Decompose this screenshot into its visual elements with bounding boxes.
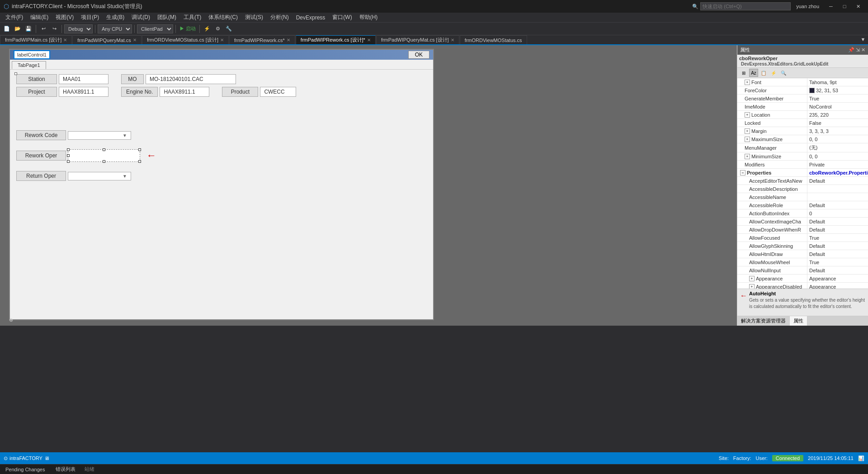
menu-file[interactable]: 文件(F) (2, 13, 27, 22)
menu-debug[interactable]: 调试(D) (128, 13, 154, 22)
prop-row-accepteditor: AcceptEditorTextAsNew Default (737, 177, 868, 185)
tab-querymat-design[interactable]: frmPadWIPQueryMat.cs [设计] ✕ (376, 35, 459, 44)
return-oper-dropdown-icon[interactable]: ▼ (123, 174, 127, 179)
search-icon: 🔍 (692, 4, 698, 9)
tab-close-icon[interactable]: ✕ (220, 38, 224, 43)
expand-icon-appdisabled[interactable]: + (749, 284, 755, 289)
tab-rework-design[interactable]: frmPadWIPRework.cs [设计]* ✕ (296, 35, 376, 44)
return-oper-input[interactable]: ▼ (68, 172, 131, 180)
toolbar-new-btn[interactable]: 📄 (2, 24, 12, 34)
props-tb-props-btn[interactable]: 📋 (759, 69, 768, 77)
rework-code-dropdown-icon[interactable]: ▼ (123, 133, 127, 138)
toolbar-sep-1 (36, 25, 36, 33)
toolbar-sep-5 (175, 25, 176, 33)
prop-row-locked: Locked False (737, 119, 868, 127)
designer-area[interactable]: labelControl1 OK TabPage1 Station MAA01 … (0, 45, 737, 326)
form-ok-button[interactable]: OK (408, 51, 429, 59)
prop-value-margin: 3, 3, 3, 3 (807, 127, 868, 135)
toolbar-start-btn[interactable]: ▶ 启动 (178, 24, 197, 34)
menu-edit[interactable]: 编辑(E) (27, 13, 52, 22)
prop-name-forecolor: ForeColor (737, 86, 807, 94)
field-label-mo: MO (121, 74, 144, 84)
menu-test[interactable]: 测试(S) (241, 13, 267, 22)
solution-explorer-tab[interactable]: 解决方案资源管理器 (737, 316, 790, 326)
prop-name-allowglyph: AllowGlyphSkinning (737, 242, 807, 250)
prop-row-allowglyph: AllowGlyphSkinning Default (737, 242, 868, 250)
minimize-button[interactable]: ─ (825, 2, 837, 11)
tab-querymat[interactable]: frmPadWIPQueryMat.cs ✕ (72, 35, 142, 44)
toolbar-undo-btn[interactable]: ↩ (38, 24, 48, 34)
prop-name-appearance: + Appearance (737, 275, 807, 282)
form-tab-page1[interactable]: TabPage1 (12, 61, 46, 69)
tab-label: frmPadWIPQueryMat.cs [设计] (381, 37, 449, 43)
toolbar-redo-btn[interactable]: ↪ (49, 24, 59, 34)
expand-icon-font[interactable]: + (745, 80, 750, 85)
form-title-label-control[interactable]: labelControl1 (14, 50, 50, 59)
toolbar-extra-3[interactable]: 🔧 (224, 24, 234, 34)
close-button[interactable]: ✕ (852, 2, 864, 11)
props-close-btn[interactable]: ✕ (861, 47, 865, 53)
cpu-dropdown[interactable]: Any CPU (98, 24, 132, 33)
tab-ordview-status[interactable]: frmORDViewMOStatus.cs (460, 35, 527, 44)
props-tb-events-btn[interactable]: ⚡ (769, 69, 778, 77)
tabs-overflow-btn[interactable]: ▼ (858, 35, 868, 44)
tab-close-icon[interactable]: ✕ (451, 38, 454, 43)
menu-build[interactable]: 生成(B) (103, 13, 128, 22)
props-tb-search-btn[interactable]: 🔍 (779, 69, 788, 77)
config-dropdown[interactable]: ClientPad (137, 24, 173, 33)
rework-oper-control[interactable] (68, 149, 140, 162)
menu-analyze[interactable]: 分析(N) (267, 13, 292, 22)
prop-value-accessiblerole: Default (807, 201, 868, 209)
toolbar-open-btn[interactable]: 📂 (13, 24, 23, 34)
prop-value-imemode: NoControl (807, 103, 868, 110)
debug-mode-dropdown[interactable]: Debug (64, 24, 93, 33)
prop-name-font: + Font (737, 78, 807, 86)
field-value-mo[interactable]: MO-1812040101.CAC (146, 74, 236, 84)
tab-close-icon[interactable]: ✕ (133, 38, 137, 43)
expand-icon-properties[interactable]: − (740, 170, 745, 175)
field-value-engine[interactable]: HAAX8911.1 (160, 87, 209, 97)
toolbar-extra-1[interactable]: ⚡ (202, 24, 212, 34)
field-value-product[interactable]: CWECC (260, 87, 296, 97)
prop-row-margin: + Margin 3, 3, 3, 3 (737, 127, 868, 135)
menu-view[interactable]: 视图(V) (52, 13, 77, 22)
taskbar-pending[interactable]: Pending Changes (4, 467, 47, 472)
menu-tools[interactable]: 工具(T) (180, 13, 205, 22)
user-label: yuan zhou (796, 4, 819, 9)
props-pin-btn[interactable]: 📌 (848, 47, 854, 53)
prop-name-locked: Locked (737, 119, 807, 127)
maximize-button[interactable]: □ (838, 2, 851, 11)
tab-ordview[interactable]: frmORDViewMOStatus.cs [设计] ✕ (142, 35, 229, 44)
rework-code-input[interactable]: ▼ (68, 131, 131, 140)
expand-icon-margin[interactable]: + (745, 128, 750, 134)
tab-label: frmPadWIPRework.cs* (234, 38, 285, 43)
expand-icon-appearance[interactable]: + (749, 276, 755, 281)
expand-icon-location[interactable]: + (745, 112, 750, 118)
menu-project[interactable]: 项目(P) (77, 13, 103, 22)
taskbar-errors[interactable]: 错误列表 (54, 466, 77, 473)
tab-close-icon[interactable]: ✕ (287, 38, 290, 43)
properties-tab-btn[interactable]: 属性 (790, 316, 807, 326)
toolbar-save-btn[interactable]: 💾 (24, 24, 33, 34)
menu-help[interactable]: 帮助(H) (356, 13, 382, 22)
menu-devexpress[interactable]: DevExpress (292, 14, 329, 22)
field-value-project[interactable]: HAAX8911.1 (59, 87, 108, 97)
menu-team[interactable]: 团队(M) (154, 13, 180, 22)
menu-arch[interactable]: 体系结构(C) (205, 13, 241, 22)
tab-close-icon[interactable]: ✕ (63, 38, 67, 43)
tab-rework-cs[interactable]: frmPadWIPRework.cs* ✕ (229, 35, 295, 44)
toolbar-extra-2[interactable]: ⚙ (213, 24, 223, 34)
expand-icon-minsize[interactable]: + (745, 154, 750, 159)
field-value-station[interactable]: MAA01 (59, 74, 108, 84)
tab-close-icon[interactable]: ✕ (367, 38, 371, 43)
prop-value-appdisabled: Appearance (807, 283, 868, 289)
props-tb-categories-btn[interactable]: ⊞ (739, 69, 748, 77)
quick-launch-input[interactable] (700, 2, 791, 10)
prop-row-properties-section: − Properties cboReworkOper.Properties (737, 169, 868, 177)
tab-frmmain[interactable]: frmPadWIPMain.cs [设计] ✕ (0, 35, 72, 44)
menu-window[interactable]: 窗口(W) (329, 13, 355, 22)
prop-value-maxsize: 0, 0 (807, 135, 868, 143)
props-tb-alpha-btn[interactable]: Az (749, 69, 758, 77)
expand-icon-maxsize[interactable]: + (745, 137, 750, 142)
props-float-btn[interactable]: ⇲ (856, 47, 860, 53)
